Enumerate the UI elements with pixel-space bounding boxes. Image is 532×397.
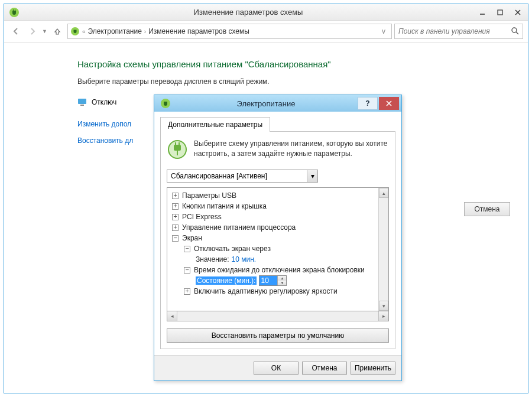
- horizontal-scrollbar[interactable]: ◂ ▸: [167, 311, 389, 321]
- cancel-button[interactable]: Отмена: [302, 362, 347, 375]
- tree-item-cpu[interactable]: Управление питанием процессора: [182, 223, 296, 232]
- tab-advanced[interactable]: Дополнительные параметры: [160, 117, 270, 132]
- expand-icon[interactable]: +: [172, 224, 179, 231]
- breadcrumb-item[interactable]: Изменение параметров схемы: [148, 27, 249, 35]
- display-off-label: Отключ: [92, 98, 116, 106]
- ok-button[interactable]: ОК: [254, 362, 299, 375]
- main-titlebar: Изменение параметров схемы: [4, 4, 528, 21]
- state-spin[interactable]: ▲▼: [259, 275, 287, 286]
- scroll-up-button[interactable]: ▴: [379, 188, 388, 198]
- scroll-down-button[interactable]: ▾: [379, 301, 388, 311]
- state-input[interactable]: [259, 276, 277, 285]
- nav-row: ▼ « Электропитание › Изменение параметро…: [4, 21, 528, 42]
- tree-item-display[interactable]: Экран: [182, 234, 202, 242]
- window-title: Изменение параметров схемы: [23, 8, 473, 17]
- svg-rect-2: [498, 10, 502, 15]
- page-subtext: Выберите параметры перевода дисплея в сп…: [77, 77, 516, 86]
- collapse-icon[interactable]: −: [172, 235, 179, 242]
- display-off-value-label: Значение:: [196, 255, 229, 263]
- scroll-right-button[interactable]: ▸: [378, 311, 388, 321]
- chevron-right-icon: ›: [144, 28, 146, 35]
- expand-icon[interactable]: +: [172, 203, 179, 210]
- dialog-titlebar: Электропитание ?: [154, 95, 401, 112]
- svg-rect-16: [179, 142, 180, 145]
- restore-defaults-button[interactable]: Восстановить параметры по умолчанию: [167, 328, 389, 343]
- power-scheme-combo[interactable]: Сбалансированная [Активен] ▾: [167, 170, 318, 183]
- dialog-footer: ОК Отмена Применить: [154, 355, 401, 380]
- spin-up-icon[interactable]: ▲: [278, 276, 286, 281]
- page-heading: Настройка схемы управления питанием "Сба…: [77, 59, 516, 69]
- power-scheme-value: Сбалансированная [Активен]: [171, 172, 267, 180]
- power-icon: [70, 27, 80, 36]
- expand-icon[interactable]: +: [184, 288, 190, 295]
- tree-item-display-off[interactable]: Отключать экран через: [194, 245, 271, 253]
- vertical-scrollbar[interactable]: ▴ ▾: [378, 188, 388, 311]
- dialog-intro-text: Выберите схему управления питанием, кото…: [194, 139, 389, 159]
- svg-rect-15: [175, 142, 176, 145]
- page-button-row: Отмена: [464, 202, 510, 216]
- window-buttons: [473, 6, 527, 19]
- minimize-button[interactable]: [473, 6, 491, 19]
- nav-forward-button[interactable]: [25, 24, 40, 38]
- close-button[interactable]: [509, 6, 527, 19]
- dialog-close-button[interactable]: [379, 97, 399, 110]
- chevron-down-icon: ▾: [307, 170, 317, 182]
- spin-down-icon[interactable]: ▼: [278, 281, 286, 285]
- maximize-button[interactable]: [491, 6, 509, 19]
- power-plan-icon: [167, 139, 188, 160]
- svg-rect-9: [80, 105, 84, 106]
- help-button[interactable]: ?: [358, 97, 378, 110]
- nav-up-button[interactable]: [52, 26, 63, 37]
- breadcrumb-item[interactable]: Электропитание: [87, 27, 141, 35]
- expand-icon[interactable]: +: [172, 214, 179, 220]
- svg-point-6: [512, 28, 517, 32]
- search-icon[interactable]: [511, 27, 519, 37]
- refresh-dropdown-icon[interactable]: v: [378, 27, 389, 35]
- svg-rect-8: [78, 99, 86, 104]
- tree-item-lock-timeout[interactable]: Время ожидания до отключения экрана блок…: [194, 266, 365, 274]
- power-icon: [160, 98, 171, 109]
- nav-back-button[interactable]: [9, 24, 23, 38]
- tree-item-adaptive[interactable]: Включить адаптивную регулировку яркости: [194, 287, 338, 295]
- display-off-value[interactable]: 10 мин.: [232, 255, 257, 263]
- tree-item-pci[interactable]: PCI Express: [182, 213, 222, 221]
- search-input[interactable]: [398, 27, 507, 35]
- expand-icon[interactable]: +: [172, 193, 179, 199]
- cancel-button[interactable]: Отмена: [464, 202, 510, 216]
- chevron-left-icon: «: [82, 28, 86, 35]
- state-label-selected[interactable]: Состояние (мин.):: [196, 276, 257, 285]
- power-options-dialog: Электропитание ? Дополнительные параметр…: [154, 95, 402, 381]
- tree-item-buttons-lid[interactable]: Кнопки питания и крышка: [182, 202, 267, 210]
- svg-line-7: [516, 32, 518, 34]
- scroll-left-button[interactable]: ◂: [167, 311, 177, 321]
- tree-item-usb[interactable]: Параметры USB: [182, 191, 236, 200]
- monitor-icon: [77, 97, 87, 107]
- collapse-icon[interactable]: −: [184, 267, 190, 274]
- breadcrumb[interactable]: « Электропитание › Изменение параметров …: [67, 24, 392, 39]
- dialog-title: Электропитание: [174, 99, 358, 108]
- svg-rect-14: [174, 145, 181, 151]
- settings-tree: +Параметры USB +Кнопки питания и крышка …: [167, 187, 389, 311]
- collapse-icon[interactable]: −: [184, 246, 190, 252]
- apply-button[interactable]: Применить: [351, 362, 395, 375]
- power-icon: [9, 7, 20, 18]
- search-box[interactable]: [394, 24, 523, 39]
